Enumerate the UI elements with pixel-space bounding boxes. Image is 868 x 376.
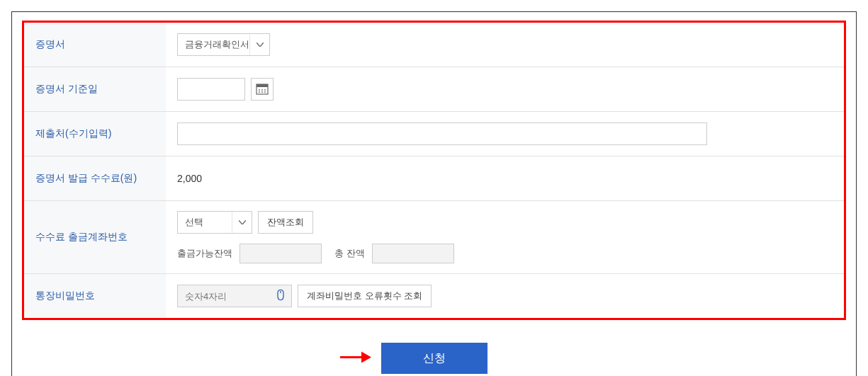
total-balance-label: 총 잔액: [334, 247, 365, 260]
calendar-button[interactable]: [251, 78, 274, 101]
fee-value: 2,000: [177, 173, 202, 184]
svg-point-2: [259, 89, 260, 91]
label-text: 증명서 기준일: [35, 83, 98, 96]
available-balance-label: 출금가능잔액: [177, 247, 232, 260]
label-certificate: 증명서: [24, 23, 166, 67]
label-fee: 증명서 발급 수수료(원): [24, 156, 166, 200]
mouse-icon: [275, 290, 286, 303]
button-label: 계좌비밀번호 오류횟수 조회: [307, 290, 422, 302]
label-withdraw-account: 수수료 출금계좌번호: [24, 201, 166, 273]
label-text: 증명서 발급 수수료(원): [35, 172, 137, 185]
svg-point-4: [264, 89, 266, 91]
arrow-right-icon: [339, 350, 373, 368]
calendar-icon: [256, 82, 269, 97]
balance-check-button[interactable]: 잔액조회: [258, 211, 313, 234]
label-text: 증명서: [35, 38, 65, 51]
svg-point-7: [264, 91, 266, 93]
submit-to-input[interactable]: [177, 123, 707, 145]
svg-point-3: [261, 89, 263, 91]
select-value: 선택: [185, 216, 203, 229]
label-base-date: 증명서 기준일: [24, 67, 166, 111]
button-label: 잔액조회: [267, 216, 304, 229]
svg-rect-1: [257, 84, 268, 87]
withdraw-account-select[interactable]: 선택: [177, 211, 252, 234]
password-error-check-button[interactable]: 계좌비밀번호 오류횟수 조회: [298, 285, 432, 307]
label-text: 제출처(수기입력): [35, 127, 111, 140]
label-password: 통장비밀번호: [24, 274, 166, 318]
certificate-select[interactable]: 금융거래확인서: [177, 33, 270, 56]
label-text: 통장비밀번호: [35, 290, 95, 302]
base-date-input[interactable]: [177, 78, 245, 101]
label-submit-to: 제출처(수기입력): [24, 112, 166, 156]
svg-point-5: [259, 91, 260, 93]
label-text: 수수료 출금계좌번호: [35, 231, 128, 244]
button-label: 신청: [423, 352, 446, 364]
svg-point-6: [261, 91, 263, 93]
submit-button[interactable]: 신청: [381, 343, 487, 374]
total-balance-value: [372, 244, 454, 263]
available-balance-value: [239, 244, 322, 263]
chevron-down-icon: [249, 34, 269, 55]
select-value: 금융거래확인서: [185, 38, 249, 51]
chevron-down-icon: [232, 212, 252, 233]
form-panel: 증명서 금융거래확인서 증명서 기준일: [22, 21, 846, 320]
